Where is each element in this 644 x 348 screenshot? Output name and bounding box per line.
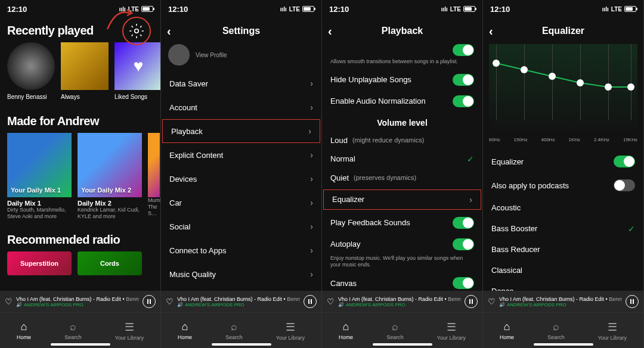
audio-norm-toggle[interactable] (453, 95, 474, 107)
now-playing-bar[interactable]: ♡ Vho I Am (feat. Christian Burns) - Rad… (483, 291, 643, 312)
heart-icon[interactable]: ♡ (5, 297, 13, 306)
nav-search[interactable]: ⌕Search (225, 321, 243, 340)
preset-dance[interactable]: Dance (483, 281, 643, 291)
home-icon: ⌂ (21, 321, 27, 333)
autoplay-toggle[interactable] (453, 238, 474, 250)
nav-search[interactable]: ⌕Search (386, 321, 404, 340)
heart-icon[interactable]: ♡ (488, 297, 496, 306)
status-time: 12:10 (168, 5, 188, 14)
eq-slider-400hz[interactable] (549, 73, 556, 80)
heart-icon[interactable]: ♡ (327, 297, 335, 306)
pause-button[interactable] (143, 295, 156, 308)
nav-search[interactable]: ⌕Search (64, 321, 82, 340)
nav-library[interactable]: ☰Your Library (276, 321, 305, 341)
preset-bass-reducer[interactable]: Bass Reducer (483, 239, 643, 260)
mix-sub: Mumf… The S… (148, 197, 160, 216)
nav-library[interactable]: ☰Your Library (437, 321, 466, 341)
nav-home[interactable]: ⌂Home (339, 321, 353, 340)
settings-item-storage[interactable]: Storage› (161, 286, 321, 291)
device-indicator: 🔊 ANDREW'S AIRPODS PRO (16, 302, 139, 307)
volume-loud[interactable]: Loud(might reduce dynamics) (322, 131, 482, 150)
radio-tile[interactable]: Cords (78, 251, 142, 275)
home-icon: ⌂ (182, 321, 188, 333)
volume-quiet[interactable]: Quiet(preserves dynamics) (322, 169, 482, 187)
mix-sub: Dirty South, Marshmello, Steve Aoki and … (7, 207, 72, 220)
settings-item-devices[interactable]: Devices› (161, 167, 321, 191)
pause-button[interactable] (465, 295, 478, 308)
volume-normal[interactable]: Normal✓ (322, 150, 482, 169)
feedback-toggle[interactable] (453, 217, 474, 229)
gear-icon (129, 23, 144, 39)
equalizer-toggle[interactable] (614, 156, 635, 167)
pause-button[interactable] (304, 295, 317, 308)
tile-label: Always (61, 94, 109, 100)
crossfade-toggle[interactable] (453, 44, 474, 56)
pane-home: 12:10 ıılı LTE Recently played Benny Ben… (0, 0, 161, 348)
radio-tile[interactable]: Superstition (7, 251, 72, 275)
nav-home[interactable]: ⌂Home (17, 321, 31, 340)
home-indicator (212, 343, 271, 346)
daily-mix-tile[interactable]: Mumf… The S… (148, 133, 160, 220)
nav-home[interactable]: ⌂Home (178, 321, 192, 340)
recent-tile[interactable]: ♥ Liked Songs (114, 42, 160, 100)
pane-settings: 12:10 ıılıLTE ‹ Settings View Profile Da… (161, 0, 322, 348)
chevron-right-icon: › (469, 195, 472, 204)
now-playing-bar[interactable]: ♡ Vho I Am (feat. Christian Burns) - Rad… (0, 291, 160, 312)
bottom-nav: ⌂Home ⌕Search ☰Your Library (0, 312, 160, 348)
battery-icon (624, 6, 636, 12)
status-bar: 12:10 ıılı LTE (0, 0, 160, 18)
hide-unplayable-toggle[interactable] (453, 74, 474, 86)
settings-item-data-saver[interactable]: Data Saver› (161, 72, 321, 95)
equalizer-chart[interactable] (489, 44, 637, 133)
now-playing-bar[interactable]: ♡ Vho I Am (feat. Christian Burns) - Rad… (161, 291, 321, 312)
eq-slider-2.4khz[interactable] (605, 83, 612, 91)
preset-classical[interactable]: Classical (483, 260, 643, 281)
canvas-toggle[interactable] (453, 277, 474, 289)
radio-title: Recommended radio (0, 227, 160, 251)
profile-row[interactable]: View Profile (161, 44, 321, 72)
preset-acoustic[interactable]: Acoustic (483, 197, 643, 218)
pane-equalizer: 12:10 ıılıLTE ‹ Equalizer 60Hz150Hz400Hz… (483, 0, 644, 348)
eq-slider-60hz[interactable] (493, 60, 500, 67)
settings-item-explicit[interactable]: Explicit Content› (161, 143, 321, 167)
settings-gear-highlight[interactable] (122, 17, 151, 45)
status-bar: 12:10 ıılıLTE (483, 0, 643, 18)
battery-icon (302, 6, 314, 12)
podcasts-toggle[interactable] (614, 179, 635, 191)
pause-button[interactable] (626, 295, 639, 308)
made-for-title: Made for Andrew (0, 108, 160, 133)
page-title: Equalizer (542, 26, 584, 36)
back-button[interactable]: ‹ (328, 24, 332, 38)
nav-home[interactable]: ⌂Home (500, 321, 514, 340)
nav-search[interactable]: ⌕Search (547, 321, 565, 340)
daily-mix-tile[interactable]: Your Daily Mix 1 Daily Mix 1 Dirty South… (7, 133, 72, 220)
eq-slider-150hz[interactable] (521, 66, 528, 73)
back-button[interactable]: ‹ (167, 24, 171, 38)
preset-bass-booster[interactable]: Bass Booster✓ (483, 218, 643, 239)
status-right: ıılı LTE (119, 6, 153, 13)
svg-point-0 (135, 29, 139, 33)
daily-mix-tile[interactable]: Your Daily Mix 2 Daily Mix 2 Kendrick La… (78, 133, 142, 220)
tile-label: Liked Songs (114, 94, 160, 100)
daily-mix-row[interactable]: Your Daily Mix 1 Daily Mix 1 Dirty South… (0, 133, 160, 220)
recent-tile[interactable]: Benny Benassi (7, 42, 55, 100)
heart-icon[interactable]: ♡ (166, 297, 174, 306)
nav-library[interactable]: ☰Your Library (598, 321, 627, 341)
nav-library[interactable]: ☰Your Library (115, 321, 144, 341)
status-time: 12:10 (7, 5, 27, 14)
back-button[interactable]: ‹ (489, 24, 493, 38)
library-icon: ☰ (286, 321, 295, 334)
eq-slider-15khz[interactable] (627, 83, 634, 91)
settings-item-car[interactable]: Car› (161, 191, 321, 215)
avatar (168, 44, 190, 66)
equalizer-row[interactable]: Equalizer › (323, 189, 481, 210)
settings-item-music-quality[interactable]: Music Quality› (161, 262, 321, 286)
equalizer-header: ‹ Equalizer (483, 18, 643, 44)
eq-slider-1khz[interactable] (577, 79, 584, 86)
settings-item-social[interactable]: Social› (161, 215, 321, 238)
settings-item-connect-apps[interactable]: Connect to Apps› (161, 238, 321, 262)
recent-tile[interactable]: Always (61, 42, 109, 100)
settings-item-account[interactable]: Account› (161, 95, 321, 119)
now-playing-bar[interactable]: ♡ Vho I Am (feat. Christian Burns) - Rad… (322, 291, 482, 312)
settings-item-playback[interactable]: Playback› (162, 119, 320, 143)
